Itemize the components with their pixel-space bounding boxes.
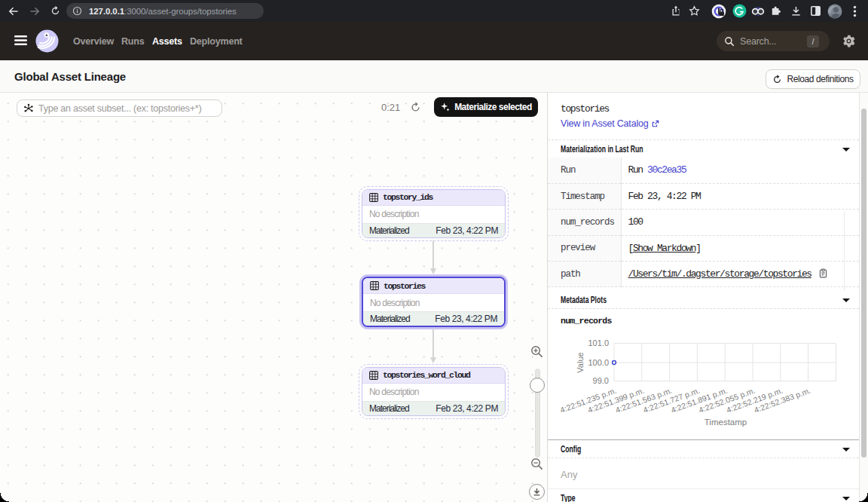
- svg-text:101.0: 101.0: [588, 338, 609, 347]
- svg-text:99.0: 99.0: [593, 376, 609, 385]
- svg-text:Value: Value: [576, 352, 585, 372]
- svg-text:Timestamp: Timestamp: [704, 418, 747, 427]
- svg-text:100.0: 100.0: [588, 358, 609, 367]
